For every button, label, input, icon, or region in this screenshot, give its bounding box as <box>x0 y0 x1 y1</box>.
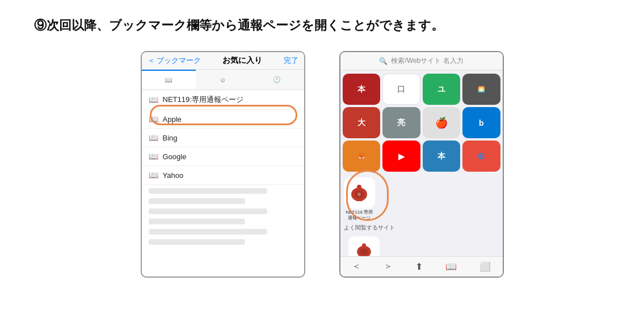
screenshots-row: ＜ ブックマーク お気に入り 完了 📖 ☺ 🕐 📖 NET119:専用通報ページ… <box>34 51 610 278</box>
svg-point-8 <box>360 248 368 255</box>
bookmark-icon-apple: 📖 <box>149 114 158 124</box>
back-button[interactable]: ＜ ブックマーク <box>148 56 201 66</box>
blurred-row <box>149 239 245 245</box>
forward-nav-icon[interactable]: ＞ <box>384 261 393 273</box>
reading-list-icon: ☺ <box>220 76 226 83</box>
nav-title: お気に入り <box>222 56 262 66</box>
bookmarks-nav-icon[interactable]: 📖 <box>445 261 457 272</box>
bookmark-item-apple[interactable]: 📖 Apple <box>142 110 304 129</box>
left-phone-mockup: ＜ ブックマーク お気に入り 完了 📖 ☺ 🕐 📖 NET119:専用通報ページ… <box>141 51 305 278</box>
bookmark-label-google: Google <box>163 152 187 161</box>
search-icon: 🔍 <box>379 57 388 65</box>
svg-point-4 <box>357 193 361 196</box>
bookmark-item-google[interactable]: 📖 Google <box>142 147 304 166</box>
app-cell-3[interactable]: ユ <box>423 74 461 105</box>
favorites-label: よく閲覧するサイト <box>344 224 499 232</box>
svg-point-2 <box>357 185 361 189</box>
blurred-history-rows <box>142 185 304 253</box>
back-nav-icon[interactable]: ＜ <box>352 261 361 273</box>
blurred-row <box>149 209 268 214</box>
app-cell-8[interactable]: b <box>462 107 500 138</box>
blurred-row <box>149 229 268 235</box>
app-cell-4[interactable]: 🌅 <box>462 74 500 105</box>
svg-rect-1 <box>356 199 363 201</box>
search-placeholder-text: 検索/Webサイト 名入力 <box>391 56 463 66</box>
blurred-row <box>149 219 245 224</box>
tab-bookmarks[interactable]: 📖 <box>142 70 196 90</box>
net119-main-label: NET119:専用通報ページ <box>346 210 373 220</box>
bookmark-label-net119: NET119:専用通報ページ <box>163 95 243 105</box>
tabs-icon[interactable]: ⬜ <box>479 261 491 272</box>
app-cell-11[interactable]: 本 <box>423 141 461 172</box>
tab-reading-list[interactable]: ☺ <box>196 70 250 90</box>
bookmark-icon-yahoo: 📖 <box>149 171 158 180</box>
left-tab-bar: 📖 ☺ 🕐 <box>142 70 304 90</box>
blurred-row <box>149 198 245 204</box>
right-bottom-bar: ＜ ＞ ⬆ 📖 ⬜ <box>340 256 503 277</box>
bookmark-item-bing[interactable]: 📖 Bing <box>142 129 304 147</box>
right-phone-mockup: 🔍 検索/Webサイト 名入力 本 口 ユ 🌅 大 亮 🍎 b 🦊 ▶ 本 🌀 <box>339 51 504 278</box>
left-nav-bar: ＜ ブックマーク お気に入り 完了 <box>142 52 304 70</box>
bookmark-label-yahoo: Yahoo <box>163 171 184 180</box>
bookmark-icon-google: 📖 <box>149 152 158 161</box>
tab-history[interactable]: 🕐 <box>250 70 304 90</box>
bookmark-item-net119[interactable]: 📖 NET119:専用通報ページ <box>142 90 304 110</box>
right-search-bar: 🔍 検索/Webサイト 名入力 <box>340 52 503 70</box>
app-cell-6[interactable]: 亮 <box>382 107 420 138</box>
net119-main-section: NET119:専用通報ページ <box>340 175 503 222</box>
bookmark-icon-net119: 📖 <box>149 95 158 104</box>
page-heading: ⑨次回以降、ブックマーク欄等から通報ページを開くことができます。 <box>34 17 444 34</box>
bookmark-item-yahoo[interactable]: 📖 Yahoo <box>142 166 304 185</box>
app-cell-2[interactable]: 口 <box>382 74 420 105</box>
done-button[interactable]: 完了 <box>284 56 298 66</box>
bookmark-icon-bing: 📖 <box>149 133 158 142</box>
app-cell-12[interactable]: 🌀 <box>462 141 500 172</box>
app-cell-7[interactable]: 🍎 <box>423 107 461 138</box>
bookmarks-tab-icon: 📖 <box>165 76 172 84</box>
app-cell-10[interactable]: ▶ <box>382 141 420 172</box>
svg-point-7 <box>362 243 366 247</box>
blurred-row <box>149 188 268 194</box>
bookmark-list: 📖 NET119:専用通報ページ 📖 Apple 📖 Bing 📖 Google… <box>142 90 304 185</box>
history-icon: 🕐 <box>273 76 281 83</box>
net119-main-item[interactable]: NET119:専用通報ページ <box>344 177 375 220</box>
app-grid: 本 口 ユ 🌅 大 亮 🍎 b 🦊 ▶ 本 🌀 <box>340 70 503 175</box>
bookmark-label-bing: Bing <box>163 134 178 142</box>
bookmark-label-apple: Apple <box>163 115 182 124</box>
app-cell-1[interactable]: 本 <box>343 74 381 105</box>
net119-alarm-icon <box>344 177 375 209</box>
app-cell-9[interactable]: 🦊 <box>343 141 381 172</box>
share-icon[interactable]: ⬆ <box>415 261 423 272</box>
app-cell-5[interactable]: 大 <box>343 107 381 138</box>
